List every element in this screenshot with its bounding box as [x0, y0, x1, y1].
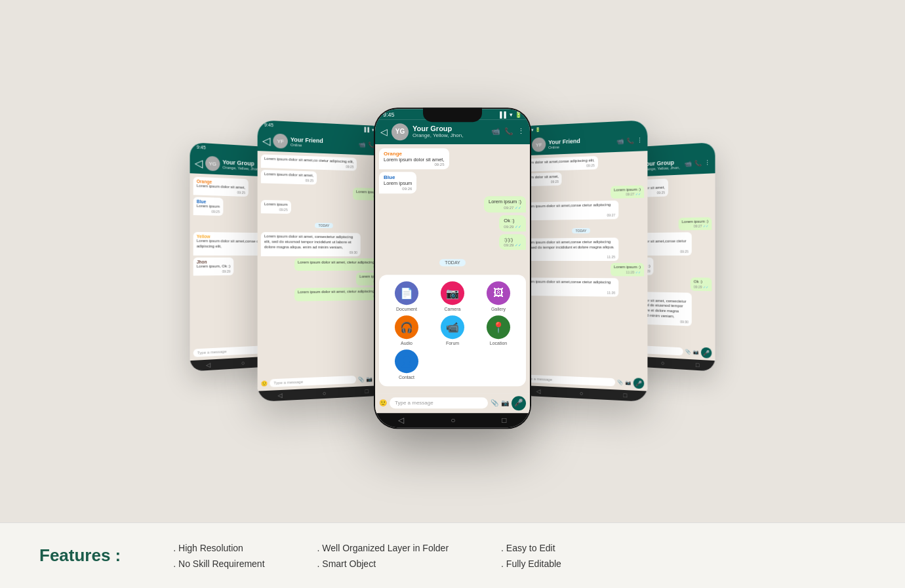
- attach-camera[interactable]: 📷 Camera: [432, 281, 473, 311]
- features-col-2: . Well Organized Layer in Folder . Smart…: [317, 543, 449, 569]
- center-chat-info: Your Group Orange, Yellow, Jhon,: [412, 125, 487, 138]
- chat-body-back-left: Lorem ipsum dolor sit amet,co ctetur adi…: [258, 151, 388, 376]
- features-col-1: . High Resolution . No Skill Requirement: [173, 543, 264, 569]
- document-icon: 📄: [395, 281, 418, 305]
- center-input-bar: 🙂 Type a message 📎 📷 🎤: [375, 393, 530, 413]
- attach-audio[interactable]: 🎧 Audio: [386, 315, 428, 345]
- today-divider: TODAY: [379, 255, 526, 267]
- camera-btn-icon[interactable]: 📷: [501, 399, 509, 406]
- avatar-far-left: YG: [205, 155, 220, 170]
- phone-back-right: ▌▌ ▾ 🔋 ◁ YF Your Friend Online 📹📞⋮ ipsum…: [517, 120, 647, 402]
- emoji-icon[interactable]: 🙂: [379, 399, 387, 406]
- feature-smart-object: . Smart Object: [317, 559, 449, 569]
- attach-document[interactable]: 📄 Document: [386, 281, 428, 311]
- notch: [423, 108, 482, 122]
- avatar-back-left: YF: [273, 133, 287, 148]
- audio-icon: 🎧: [395, 315, 418, 339]
- attach-location[interactable]: 📍 Location: [477, 315, 519, 345]
- features-title: Features :: [39, 545, 121, 566]
- attach-contact[interactable]: 👤 Contact: [386, 349, 428, 380]
- center-chat-body: Orange Lorem ipsum dolor sit amet, 09:25…: [375, 144, 530, 393]
- chat-body-back-right: ipsum dolor sit amet,conse adipiscing el…: [517, 151, 647, 376]
- center-avatar: YG: [392, 123, 409, 140]
- contact-icon: 👤: [395, 349, 418, 373]
- msg-sent-1: Lorem ipsum :) 09:27 ✓✓: [484, 196, 526, 212]
- msg-sent-2: Ok :) 09:29 ✓✓: [499, 215, 526, 231]
- feature-easy-to-edit: . Easy to Edit: [501, 543, 561, 553]
- feature-no-skill: . No Skill Requirement: [173, 559, 264, 569]
- center-screen: 9:45 ▌▌ ▾ 🔋 ◁ YG Your Group Orange, Yell…: [375, 109, 530, 427]
- features-bar: Features : . High Resolution . No Skill …: [0, 522, 905, 588]
- home-nav-icon[interactable]: ○: [451, 416, 455, 425]
- phone-center: 9:45 ▌▌ ▾ 🔋 ◁ YG Your Group Orange, Yell…: [374, 108, 531, 429]
- camera-icon: 📷: [441, 281, 464, 305]
- msg-orange: Orange Lorem ipsum dolor sit amet, 09:25: [379, 148, 449, 170]
- msg-blue: Blue Lorem ipsum 09:26: [379, 172, 416, 193]
- location-icon: 📍: [487, 315, 510, 339]
- mic-button[interactable]: 🎤: [512, 396, 526, 410]
- features-columns: . High Resolution . No Skill Requirement…: [147, 543, 866, 569]
- gallery-icon: 🖼: [487, 281, 510, 305]
- msg-sent-3: :):):) 09:29 ✓✓: [499, 234, 526, 250]
- recents-nav-icon[interactable]: □: [502, 416, 506, 425]
- center-header-icons: 📹 📞 ⋮: [491, 127, 525, 136]
- attach-gallery[interactable]: 🖼 Gallery: [477, 281, 519, 311]
- center-chat-header: ◁ YG Your Group Orange, Yellow, Jhon, 📹 …: [375, 119, 530, 144]
- features-col-3: . Easy to Edit . Fully Editable: [501, 543, 561, 569]
- phones-area: 9:45 ▌▌ ▾ 🔋 ◁ YG Your Group Orange, Yell…: [0, 26, 905, 522]
- center-nav-bar: ◁ ○ □: [375, 413, 530, 427]
- message-input[interactable]: Type a message: [390, 397, 488, 408]
- avatar-back-right: YF: [532, 137, 546, 152]
- feature-high-resolution: . High Resolution: [173, 543, 264, 553]
- feature-fully-editable: . Fully Editable: [501, 559, 561, 569]
- forum-icon: 📹: [441, 315, 464, 339]
- attach-icon[interactable]: 📎: [491, 399, 498, 406]
- attachment-panel: 📄 Document 📷 Camera 🖼 Gallery: [379, 275, 526, 386]
- phone-back-left: 9:45 ▌▌ ▾ 🔋 ◁ YF Your Friend Online 📹📞⋮ …: [258, 120, 388, 402]
- feature-well-organized: . Well Organized Layer in Folder: [317, 543, 449, 553]
- attach-forum[interactable]: 📹 Forum: [432, 315, 473, 345]
- back-nav-icon[interactable]: ◁: [398, 416, 404, 425]
